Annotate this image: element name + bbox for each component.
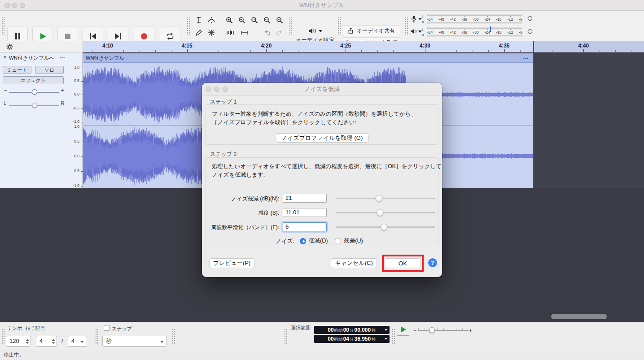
- meter-scale-number: -48: [439, 17, 444, 22]
- status-bar: 停止中。: [0, 349, 644, 360]
- field-input[interactable]: 6: [283, 222, 327, 231]
- zoom-toggle-icon: [276, 16, 284, 24]
- timeline-label: 4:35: [499, 43, 509, 49]
- pan-left-label: L: [4, 101, 6, 106]
- share-audio-button[interactable]: オーディオ共有: [342, 25, 400, 36]
- zoom-fit-icon: [263, 16, 271, 24]
- meter-options-icon[interactable]: [527, 16, 533, 22]
- meter-scale-number: -12: [508, 30, 513, 35]
- selection-start-display[interactable]: 00時間00分00.000秒: [314, 326, 390, 334]
- zoom-fit-project-button[interactable]: [261, 14, 273, 26]
- cancel-button[interactable]: キャンセル(C): [331, 258, 377, 268]
- toolbar-grip[interactable]: [95, 329, 99, 344]
- spinner-arrows[interactable]: [24, 336, 31, 346]
- meter-scale-number: -36: [462, 30, 467, 35]
- snap-format-value: 秒: [106, 338, 112, 344]
- gear-icon[interactable]: [6, 43, 13, 51]
- mute-button[interactable]: ミュート: [3, 66, 31, 74]
- timesig-lower-combo[interactable]: 4: [68, 336, 87, 347]
- amplitude-scale-tick: [81, 142, 83, 142]
- help-button[interactable]: ?: [428, 258, 437, 267]
- multi-tool-icon: [207, 29, 215, 37]
- slider-thumb[interactable]: [381, 224, 387, 230]
- radio-selected-icon[interactable]: [300, 238, 306, 244]
- trim-audio-button[interactable]: [224, 27, 236, 39]
- silence-audio-button[interactable]: [239, 27, 250, 39]
- field-slider[interactable]: [332, 209, 435, 216]
- timeline-tick: [615, 50, 616, 52]
- time-unit: 時間: [334, 328, 343, 334]
- track-name[interactable]: WN付きサンプルへ: [9, 55, 58, 61]
- effects-button[interactable]: エフェクト: [3, 76, 64, 84]
- horizontal-scrollbar-thumb[interactable]: [551, 314, 607, 319]
- clip-header[interactable]: WN付きサンプル …: [83, 53, 534, 63]
- snap-checkbox[interactable]: [104, 325, 110, 331]
- gain-slider-thumb[interactable]: [32, 89, 37, 95]
- amplitude-ruler[interactable]: 1.00.50.0-0.5-1.01.00.50.0-0.5-1.0: [67, 52, 83, 188]
- pan-slider-thumb[interactable]: [32, 103, 37, 108]
- toolbar-grip[interactable]: [405, 17, 408, 35]
- toolbar-grip[interactable]: [172, 329, 175, 344]
- field-slider[interactable]: [332, 223, 435, 230]
- close-track-button[interactable]: ×: [2, 54, 8, 61]
- ok-highlight-annotation: [382, 255, 424, 272]
- toolbar-grip[interactable]: [1, 17, 5, 35]
- meter-options-icon[interactable]: [527, 29, 533, 35]
- tempo-spinner[interactable]: 120: [6, 336, 31, 347]
- playback-meter[interactable]: -54-48-42-36-30-24-18-12-6: [427, 27, 522, 38]
- field-slider[interactable]: [332, 195, 435, 202]
- timeline-ruler[interactable]: 4:104:154:204:254:304:354:40: [83, 41, 644, 52]
- meter-scale-number: -18: [496, 17, 501, 22]
- radio-option[interactable]: 低減(D): [300, 237, 328, 245]
- up-arrow-icon: [26, 339, 29, 341]
- selection-tool-button[interactable]: [193, 14, 205, 26]
- toolbar-grip[interactable]: [337, 17, 341, 35]
- playback-meter-channels: LR: [422, 27, 426, 38]
- radio-option[interactable]: 残差(U): [335, 237, 363, 245]
- zoom-out-button[interactable]: [236, 14, 248, 26]
- toolbar-grip[interactable]: [289, 17, 293, 35]
- undo-button[interactable]: [261, 27, 273, 39]
- radio-unselected-icon[interactable]: [335, 238, 341, 244]
- timeline-tick: [536, 50, 536, 52]
- snap-format-combo[interactable]: 秒: [102, 336, 167, 347]
- zoom-in-button[interactable]: [223, 14, 235, 26]
- meter-scale-number: -48: [439, 30, 444, 35]
- dialog-title: ノイズを低減: [202, 83, 442, 95]
- timeline-tick: [583, 49, 584, 52]
- toolbar-grip[interactable]: [284, 329, 288, 344]
- solo-button[interactable]: ソロ: [35, 66, 64, 74]
- speed-slider-thumb[interactable]: [429, 327, 435, 333]
- field-input[interactable]: 11.01: [283, 208, 327, 217]
- amplitude-scale-label: 1.0: [68, 124, 79, 129]
- zoom-out-icon: [238, 16, 246, 24]
- microphone-icon: [410, 14, 417, 24]
- zoom-selection-button[interactable]: [249, 14, 260, 26]
- slider-thumb[interactable]: [376, 195, 382, 202]
- record-meter[interactable]: -54-48-42-36-30-24-18-12-6: [427, 14, 522, 25]
- redo-button[interactable]: [274, 27, 285, 39]
- toolbar-grip[interactable]: [187, 17, 190, 35]
- selection-end-display[interactable]: 00時間04分36.950秒: [314, 335, 390, 343]
- clip-menu-button[interactable]: …: [523, 54, 529, 61]
- track-menu-button[interactable]: …: [59, 53, 65, 60]
- meter-scale-number: -18: [496, 30, 501, 35]
- field-input[interactable]: 21: [283, 194, 327, 203]
- play-at-speed-button[interactable]: [397, 324, 409, 336]
- toolbar-grip[interactable]: [392, 329, 395, 344]
- timesig-upper-spinner[interactable]: 4: [36, 336, 57, 347]
- get-noise-profile-button[interactable]: ノイズプロファイルを取得 (G): [276, 133, 368, 143]
- timeline-label: 4:15: [182, 43, 193, 49]
- envelope-tool-button[interactable]: [206, 14, 217, 26]
- stop-icon: [63, 31, 73, 41]
- slider-thumb[interactable]: [377, 209, 383, 216]
- spinner-arrows[interactable]: [50, 336, 57, 346]
- preview-button[interactable]: プレビュー(P): [209, 258, 254, 268]
- timeline-selected-region: [83, 41, 534, 52]
- multi-tool-button[interactable]: [206, 27, 217, 39]
- dialog-titlebar[interactable]: ノイズを低減: [202, 83, 442, 95]
- zoom-toggle-button[interactable]: [274, 14, 285, 26]
- toolbar-grip[interactable]: [1, 329, 5, 344]
- track-empty-right[interactable]: [534, 53, 644, 188]
- draw-tool-button[interactable]: [193, 27, 205, 39]
